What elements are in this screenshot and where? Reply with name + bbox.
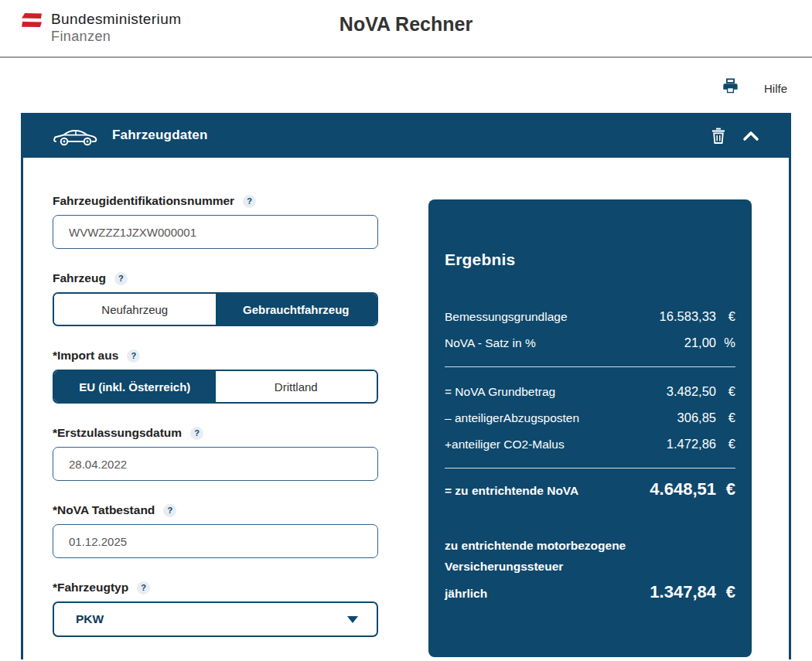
header-actions: [711, 128, 759, 144]
field-erstzulassung: *Erstzulassungsdatum ?: [53, 426, 378, 481]
field-fin: Fahrzeugidentifikationsnummer ?: [53, 194, 378, 249]
result-row-abzugsposten: – anteiligerAbzugsposten 306,85 €: [445, 404, 735, 431]
help-icon[interactable]: ?: [243, 195, 256, 208]
result-panel: Ergebnis Bemessungsgrundlage 16.583,33 €…: [428, 199, 752, 657]
tatbestand-label: *NoVA Tatbestand: [53, 503, 155, 517]
help-icon[interactable]: ?: [190, 427, 203, 440]
result-total-nova: = zu entrichtende NoVA 4.648,51 €: [445, 479, 735, 499]
printer-icon: [722, 78, 739, 95]
field-fahrzeugtyp: *Fahrzeugtyp ? PKW: [53, 581, 378, 637]
help-icon[interactable]: ?: [127, 349, 140, 363]
import-label: *Import aus: [53, 349, 118, 363]
chevron-down-icon: [347, 616, 358, 623]
delete-button[interactable]: [711, 128, 725, 144]
fahrzeug-label: Fahrzeug: [53, 271, 106, 285]
erstzulassung-input[interactable]: [53, 447, 378, 481]
divider: [445, 366, 735, 367]
print-button[interactable]: [722, 78, 739, 95]
import-toggle: EU (inkl. Österreich) Drittland: [53, 370, 378, 404]
result-insurance-block: zu entrichtende motorbezogene Versicheru…: [445, 535, 735, 602]
toggle-gebrauchtfahrzeug[interactable]: Gebrauchtfahrzeug: [216, 294, 377, 325]
result-annual-insurance: jährlich 1.347,84 €: [445, 582, 735, 602]
erstzulassung-label: *Erstzulassungsdatum: [53, 426, 182, 440]
result-row-bemessungsgrundlage: Bemessungsgrundlage 16.583,33 €: [445, 303, 735, 329]
help-icon[interactable]: ?: [137, 581, 150, 595]
collapse-button[interactable]: [742, 130, 759, 141]
result-rows-calculation: = NoVA Grundbetrag 3.482,50 € – anteilig…: [445, 378, 735, 457]
vehicle-data-card: Fahrzeugdaten Fahrzeu: [21, 113, 791, 659]
result-row-grundbetrag: = NoVA Grundbetrag 3.482,50 €: [445, 378, 735, 404]
brand-department: Finanzen: [51, 28, 181, 45]
fahrzeugtyp-select[interactable]: PKW: [53, 601, 378, 637]
page-title: NoVA Rechner: [339, 13, 473, 36]
fahrzeug-toggle: Neufahrzeug Gebrauchtfahrzeug: [53, 292, 378, 326]
brand-logo[interactable]: Bundesministerium Finanzen: [22, 10, 181, 45]
trash-icon: [711, 128, 725, 144]
chevron-up-icon: [742, 130, 759, 141]
divider: [445, 468, 735, 468]
section-title: Fahrzeugdaten: [112, 128, 208, 143]
toggle-drittland[interactable]: Drittland: [216, 371, 377, 402]
help-icon[interactable]: ?: [163, 504, 176, 517]
toolbar: Hilfe: [0, 58, 812, 97]
vehicle-form: Fahrzeugidentifikationsnummer ? Fahrzeug…: [53, 194, 378, 659]
fin-input[interactable]: [53, 215, 378, 249]
top-header: Bundesministerium Finanzen NoVA Rechner: [0, 0, 812, 58]
help-link[interactable]: Hilfe: [764, 82, 787, 95]
tatbestand-input[interactable]: [53, 524, 378, 558]
toggle-neufahrzeug[interactable]: Neufahrzeug: [54, 294, 216, 325]
austria-flag-icon: [22, 13, 42, 28]
brand-text: Bundesministerium Finanzen: [51, 10, 181, 45]
insurance-label-line1: zu entrichtende motorbezogene: [445, 535, 735, 556]
vehicle-card-header[interactable]: Fahrzeugdaten: [23, 113, 789, 158]
help-icon[interactable]: ?: [114, 272, 128, 285]
field-import: *Import aus ? EU (inkl. Österreich) Drit…: [53, 349, 378, 404]
fahrzeugtyp-label: *Fahrzeugtyp: [53, 581, 128, 595]
card-body: Fahrzeugidentifikationsnummer ? Fahrzeug…: [23, 158, 789, 659]
car-icon: [53, 124, 99, 147]
field-fahrzeug: Fahrzeug ? Neufahrzeug Gebrauchtfahrzeug: [53, 271, 378, 326]
brand-name: Bundesministerium: [51, 10, 181, 28]
result-rows-basis: Bemessungsgrundlage 16.583,33 € NoVA - S…: [445, 303, 735, 356]
result-title: Ergebnis: [445, 250, 735, 269]
result-row-satz: NoVA - Satz in % 21,00 %: [445, 329, 735, 356]
result-row-co2-malus: +anteiliger CO2-Malus 1.472,86 €: [445, 431, 735, 457]
fin-label: Fahrzeugidentifikationsnummer: [53, 194, 234, 208]
toggle-eu[interactable]: EU (inkl. Österreich): [54, 371, 216, 402]
insurance-label-line2: Versicherungssteuer: [445, 556, 735, 577]
fahrzeugtyp-value: PKW: [76, 612, 104, 626]
field-tatbestand: *NoVA Tatbestand ?: [53, 503, 378, 558]
